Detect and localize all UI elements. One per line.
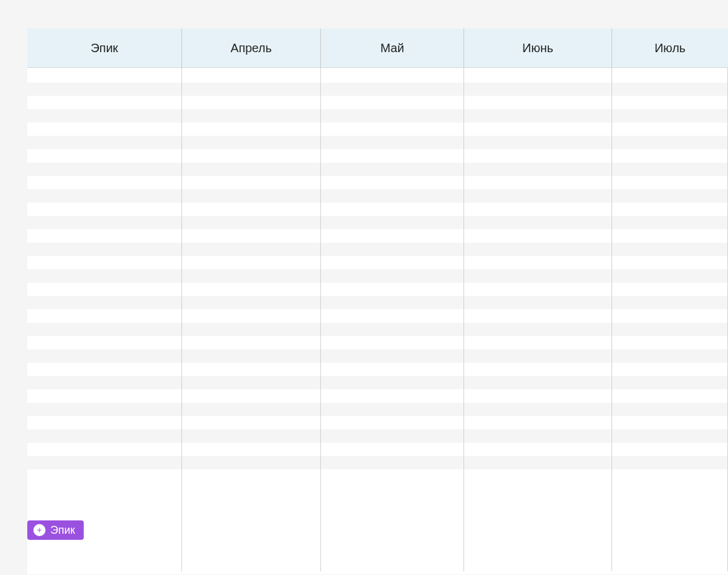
gantt-body: Модуль 1•••Разработка ТЗ•••Дизайн•••Адап… <box>27 68 728 571</box>
month-gridline <box>320 68 321 571</box>
plus-circle-icon <box>33 524 46 536</box>
row-stripe <box>27 229 728 243</box>
row-stripe <box>27 309 728 323</box>
header-month: Июнь <box>464 29 612 67</box>
add-epic-button[interactable]: Эпик <box>27 520 84 540</box>
row-stripe <box>27 283 728 296</box>
row-stripe <box>27 376 728 389</box>
row-stripe <box>27 149 728 163</box>
row-stripe <box>27 123 728 136</box>
row-stripe <box>27 456 728 469</box>
row-stripe <box>27 416 728 429</box>
header-month: Май <box>321 29 464 67</box>
row-stripe <box>27 216 728 229</box>
add-epic-label: Эпик <box>50 524 75 537</box>
row-stripe <box>27 296 728 309</box>
row-stripe <box>27 243 728 256</box>
header-row: Эпик Апрель Май Июнь Июль <box>27 29 728 68</box>
month-gridline <box>612 68 612 571</box>
row-stripe <box>27 189 728 203</box>
header-month: Апрель <box>182 29 321 67</box>
row-stripe <box>27 269 728 283</box>
header-month: Июль <box>612 29 728 67</box>
gantt-chart: Эпик Апрель Май Июнь Июль Модуль 1•••Раз… <box>27 29 728 574</box>
row-stripe <box>27 443 728 456</box>
row-stripe <box>27 389 728 403</box>
row-stripe <box>27 69 728 82</box>
header-epic-col: Эпик <box>27 29 182 67</box>
row-stripe <box>27 109 728 123</box>
row-stripe <box>27 82 728 96</box>
row-stripe <box>27 96 728 109</box>
row-stripe <box>27 363 728 376</box>
row-stripe <box>27 349 728 363</box>
row-stripe <box>27 136 728 149</box>
row-stripe <box>27 323 728 336</box>
row-stripe <box>27 203 728 216</box>
row-stripe <box>27 176 728 189</box>
row-stripe <box>27 256 728 269</box>
row-stripe <box>27 336 728 349</box>
month-gridline <box>463 68 464 571</box>
row-stripe <box>27 403 728 416</box>
tree-divider <box>181 68 182 571</box>
row-stripe <box>27 429 728 443</box>
row-stripe <box>27 163 728 176</box>
